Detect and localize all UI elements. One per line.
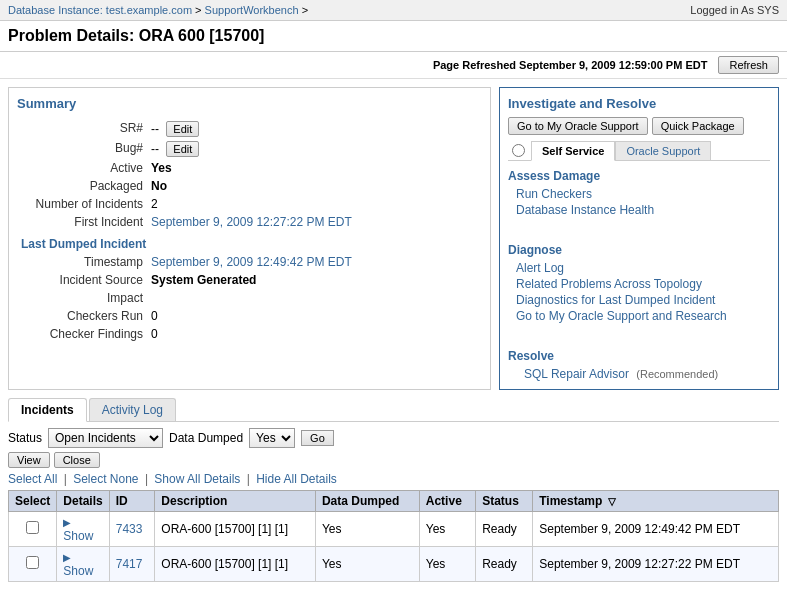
incident-source-value: System Generated	[147, 271, 482, 289]
checkers-run-label: Checkers Run	[17, 307, 147, 325]
refresh-label: Page Refreshed	[433, 59, 516, 71]
run-checkers-link[interactable]: Run Checkers	[516, 187, 770, 201]
tab-self-service[interactable]: Self Service	[531, 141, 615, 161]
row1-timestamp: September 9, 2009 12:49:42 PM EDT	[533, 512, 779, 547]
row2-id: 7417	[109, 547, 155, 582]
incidents-section: Status Open Incidents Closed Incidents A…	[0, 422, 787, 588]
row1-checkbox[interactable]	[26, 521, 39, 534]
investigate-tabs: Self Service Oracle Support	[508, 141, 770, 161]
first-incident-label: First Incident	[17, 213, 147, 231]
status-filter-label: Status	[8, 431, 42, 445]
row1-id-link[interactable]: 7433	[116, 522, 143, 536]
active-value: Yes	[147, 159, 482, 177]
row2-timestamp: September 9, 2009 12:27:22 PM EDT	[533, 547, 779, 582]
row1-details-cell: ▶ Show	[57, 512, 109, 547]
row2-show-link[interactable]: Show	[63, 564, 93, 578]
alert-log-link[interactable]: Alert Log	[516, 261, 770, 275]
row2-data-dumped: Yes	[315, 547, 419, 582]
breadcrumb-support-link[interactable]: SupportWorkbench	[205, 4, 299, 16]
select-none-link[interactable]: Select None	[73, 472, 138, 486]
database-instance-health-link[interactable]: Database Instance Health	[516, 203, 770, 217]
refresh-bar: Page Refreshed September 9, 2009 12:59:0…	[0, 52, 787, 79]
close-incidents-button[interactable]: Close	[54, 452, 100, 468]
sort-arrow: ▽	[608, 496, 616, 507]
timestamp-link[interactable]: September 9, 2009 12:49:42 PM EDT	[151, 255, 352, 269]
page-title-bar: Problem Details: ORA 600 [15700]	[0, 21, 787, 52]
hide-all-details-link[interactable]: Hide All Details	[256, 472, 337, 486]
table-row: Last Dumped Incident	[17, 231, 482, 253]
go-button[interactable]: Go	[301, 430, 334, 446]
row1-active: Yes	[419, 512, 475, 547]
row2-status: Ready	[476, 547, 533, 582]
breadcrumb: Database Instance: test.example.com > Su…	[0, 0, 787, 21]
sr-edit-button[interactable]: Edit	[166, 121, 199, 137]
resolve-divider	[508, 329, 770, 343]
packaged-value: No	[147, 177, 482, 195]
col-status: Status	[476, 491, 533, 512]
breadcrumb-sep1: >	[195, 4, 201, 16]
first-incident-link[interactable]: September 9, 2009 12:27:22 PM EDT	[151, 215, 352, 229]
self-service-radio[interactable]	[512, 144, 525, 157]
bug-edit-button[interactable]: Edit	[166, 141, 199, 157]
go-to-oracle-research-link[interactable]: Go to My Oracle Support and Research	[516, 309, 770, 323]
impact-label: Impact	[17, 289, 147, 307]
diagnose-divider	[508, 223, 770, 237]
sql-repair-advisor-link[interactable]: SQL Repair Advisor	[524, 367, 629, 381]
refresh-button[interactable]: Refresh	[718, 56, 779, 74]
first-incident-value: September 9, 2009 12:27:22 PM EDT	[147, 213, 482, 231]
num-incidents-label: Number of Incidents	[17, 195, 147, 213]
filter-bar: Status Open Incidents Closed Incidents A…	[8, 428, 779, 448]
checkers-run-value: 0	[147, 307, 482, 325]
table-row: Checker Findings 0	[17, 325, 482, 343]
links-bar: Select All | Select None | Show All Deta…	[8, 472, 779, 486]
col-timestamp[interactable]: Timestamp ▽	[533, 491, 779, 512]
table-row: Incident Source System Generated	[17, 271, 482, 289]
table-row: Checkers Run 0	[17, 307, 482, 325]
status-filter-select[interactable]: Open Incidents Closed Incidents All Inci…	[48, 428, 163, 448]
bug-label: Bug#	[17, 139, 147, 159]
row1-id: 7433	[109, 512, 155, 547]
packaged-label: Packaged	[17, 177, 147, 195]
related-problems-link[interactable]: Related Problems Across Topology	[516, 277, 770, 291]
select-all-link[interactable]: Select All	[8, 472, 57, 486]
table-row: Active Yes	[17, 159, 482, 177]
resolve-link-area: SQL Repair Advisor (Recommended)	[516, 367, 770, 381]
tab-oracle-support[interactable]: Oracle Support	[615, 141, 711, 160]
incident-source-label: Incident Source	[17, 271, 147, 289]
data-dumped-label: Data Dumped	[169, 431, 243, 445]
view-button[interactable]: View	[8, 452, 50, 468]
num-incidents-value: 2	[147, 195, 482, 213]
timestamp-value: September 9, 2009 12:49:42 PM EDT	[147, 253, 482, 271]
row1-expand-icon: ▶	[63, 517, 71, 528]
row1-show-link[interactable]: Show	[63, 529, 93, 543]
quick-package-button[interactable]: Quick Package	[652, 117, 744, 135]
row2-expand-icon: ▶	[63, 552, 71, 563]
main-content: Summary SR# -- Edit Bug# -- Edit Active	[0, 79, 787, 398]
summary-table: SR# -- Edit Bug# -- Edit Active Yes Pack	[17, 119, 482, 343]
breadcrumb-db-link[interactable]: Database Instance: test.example.com	[8, 4, 192, 16]
links-sep3: |	[247, 472, 253, 486]
row2-checkbox[interactable]	[26, 556, 39, 569]
table-header-row: Select Details ID Description Data Dumpe…	[9, 491, 779, 512]
row1-checkbox-cell	[9, 512, 57, 547]
row2-description: ORA-600 [15700] [1] [1]	[155, 547, 316, 582]
tabs-bar: Incidents Activity Log	[8, 398, 779, 422]
col-id: ID	[109, 491, 155, 512]
show-all-details-link[interactable]: Show All Details	[154, 472, 240, 486]
col-active: Active	[419, 491, 475, 512]
row2-id-link[interactable]: 7417	[116, 557, 143, 571]
action-buttons: View Close	[8, 452, 779, 468]
tab-incidents[interactable]: Incidents	[8, 398, 87, 422]
table-row: Packaged No	[17, 177, 482, 195]
tab-activity-log[interactable]: Activity Log	[89, 398, 176, 421]
timestamp-label: Timestamp	[17, 253, 147, 271]
data-dumped-select[interactable]: Yes No All	[249, 428, 295, 448]
col-select: Select	[9, 491, 57, 512]
table-row: Bug# -- Edit	[17, 139, 482, 159]
page-title: Problem Details: ORA 600 [15700]	[8, 27, 779, 45]
diagnose-title: Diagnose	[508, 243, 770, 257]
go-to-oracle-support-button[interactable]: Go to My Oracle Support	[508, 117, 648, 135]
summary-panel: Summary SR# -- Edit Bug# -- Edit Active	[8, 87, 491, 390]
recommended-label: (Recommended)	[636, 368, 718, 380]
diagnostics-last-dumped-link[interactable]: Diagnostics for Last Dumped Incident	[516, 293, 770, 307]
